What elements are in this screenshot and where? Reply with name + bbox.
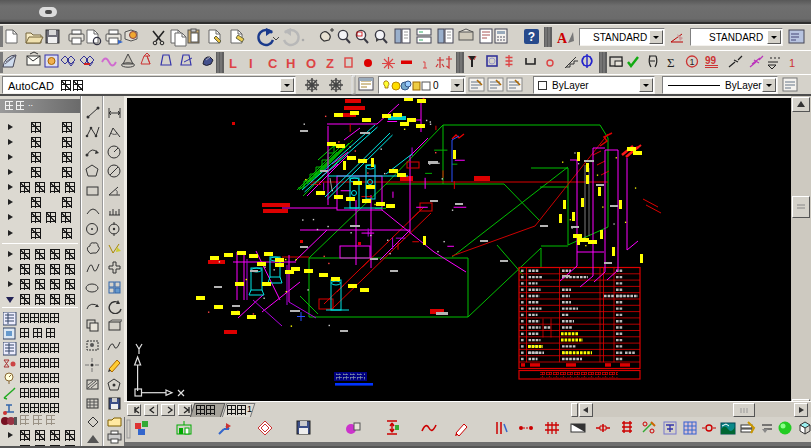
svg-text:C: C	[268, 56, 278, 71]
svg-text:?: ?	[528, 30, 535, 44]
svg-text:A: A	[557, 31, 568, 46]
svg-text:Σ: Σ	[667, 55, 675, 70]
svg-text:99: 99	[705, 55, 717, 66]
svg-text:L: L	[229, 56, 237, 71]
svg-text:O: O	[306, 56, 316, 71]
svg-text:H: H	[286, 56, 295, 71]
svg-text:1: 1	[689, 57, 694, 67]
svg-text:Z: Z	[326, 56, 334, 71]
svg-text:1: 1	[789, 57, 795, 69]
svg-text:I: I	[249, 56, 253, 71]
